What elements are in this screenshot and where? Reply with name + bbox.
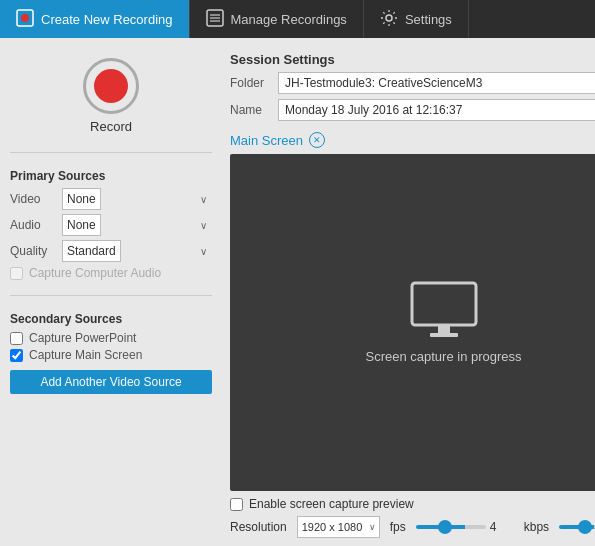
add-source-button[interactable]: Add Another Video Source [10,370,212,394]
enable-preview-label: Enable screen capture preview [249,497,414,511]
audio-row: Audio None [10,214,212,236]
fps-value: 4 [490,520,514,534]
kbps-slider-container: 340 [559,520,595,534]
record-tab-icon [16,9,34,30]
resolution-select-wrapper: 1920 x 1080 [297,516,380,538]
fps-slider-container: 4 [416,520,514,534]
tab-settings[interactable]: Settings [364,0,469,38]
preview-area: Screen capture in progress [230,154,595,491]
svg-rect-9 [430,333,458,337]
controls-row: Resolution 1920 x 1080 fps 4 kbps 340 [230,516,595,538]
quality-select[interactable]: Standard [62,240,121,262]
name-row: Name Monday 18 July 2016 at 12:16:37 [230,99,595,121]
quality-select-wrapper: Standard [62,240,212,262]
preview-header: Main Screen ✕ [230,132,595,148]
svg-point-1 [21,14,29,22]
list-tab-icon [206,9,224,30]
right-panel: Session Settings Folder JH-Testmodule3: … [222,38,595,546]
session-settings: Session Settings Folder JH-Testmodule3: … [230,46,595,132]
capture-powerpoint-row: Capture PowerPoint [10,331,212,345]
secondary-sources-title: Secondary Sources [10,312,212,326]
record-area: Record [10,48,212,140]
folder-label: Folder [230,76,272,90]
audio-select[interactable]: None [62,214,101,236]
svg-rect-7 [412,283,476,325]
name-label: Name [230,103,272,117]
audio-select-wrapper: None [62,214,212,236]
resolution-label: Resolution [230,520,287,534]
preview-footer: Enable screen capture preview Resolution… [230,497,595,538]
record-btn-red [94,69,128,103]
capture-audio-label: Capture Computer Audio [29,266,161,280]
capture-audio-checkbox[interactable] [10,267,23,280]
audio-label: Audio [10,218,56,232]
svg-point-6 [386,15,392,21]
video-row: Video None [10,188,212,210]
fps-slider[interactable] [416,525,486,529]
tab-create-label: Create New Recording [41,12,173,27]
gear-tab-icon [380,9,398,30]
video-select-wrapper: None [62,188,212,210]
divider-2 [10,295,212,296]
folder-row: Folder JH-Testmodule3: CreativeScienceM3 [230,72,595,94]
main-container: Record Primary Sources Video None Audio … [0,38,595,546]
top-navigation: Create New Recording Manage Recordings S… [0,0,595,38]
preview-tab-label: Main Screen [230,133,303,148]
kbps-slider[interactable] [559,525,595,529]
video-select[interactable]: None [62,188,101,210]
capture-main-screen-label: Capture Main Screen [29,348,142,362]
tab-manage-recordings[interactable]: Manage Recordings [190,0,364,38]
secondary-sources-section: Secondary Sources Capture PowerPoint Cap… [10,312,212,394]
name-value: Monday 18 July 2016 at 12:16:37 [278,99,595,121]
capture-main-screen-checkbox[interactable] [10,349,23,362]
monitor-icon [408,281,480,337]
capture-audio-row: Capture Computer Audio [10,266,212,280]
svg-rect-8 [438,325,450,333]
quality-row: Quality Standard [10,240,212,262]
kbps-label: kbps [524,520,549,534]
preview-close-button[interactable]: ✕ [309,132,325,148]
tab-settings-label: Settings [405,12,452,27]
tab-create-recording[interactable]: Create New Recording [0,0,190,38]
primary-sources-section: Primary Sources Video None Audio None [10,169,212,283]
fps-label: fps [390,520,406,534]
enable-preview-row: Enable screen capture preview [230,497,595,511]
folder-value: JH-Testmodule3: CreativeScienceM3 [278,72,595,94]
resolution-select[interactable]: 1920 x 1080 [297,516,380,538]
capture-powerpoint-label: Capture PowerPoint [29,331,136,345]
screen-capture-text: Screen capture in progress [365,349,521,364]
divider-1 [10,152,212,153]
primary-sources-title: Primary Sources [10,169,212,183]
record-label: Record [90,119,132,134]
capture-powerpoint-checkbox[interactable] [10,332,23,345]
session-title: Session Settings [230,52,595,67]
left-panel: Record Primary Sources Video None Audio … [0,38,222,546]
record-button[interactable] [83,58,139,114]
capture-main-screen-row: Capture Main Screen [10,348,212,362]
video-label: Video [10,192,56,206]
enable-preview-checkbox[interactable] [230,498,243,511]
tab-manage-label: Manage Recordings [231,12,347,27]
quality-label: Quality [10,244,56,258]
